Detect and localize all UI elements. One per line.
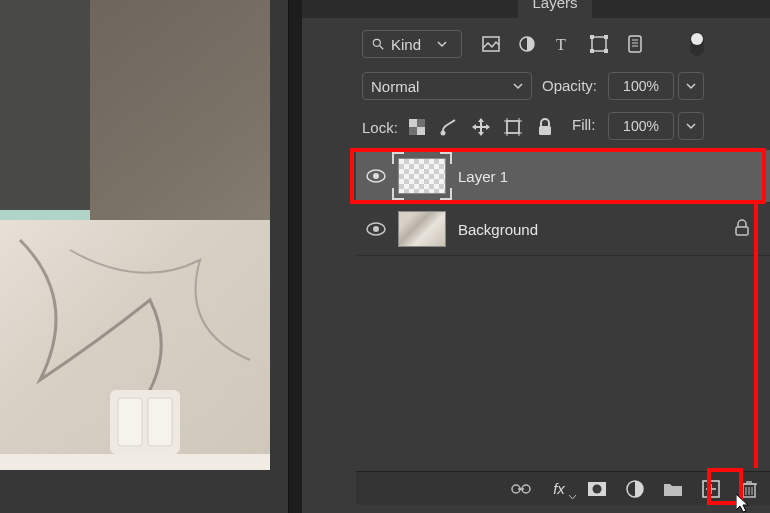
svg-rect-13 — [592, 37, 606, 51]
svg-point-49 — [593, 484, 602, 493]
canvas-area — [0, 0, 280, 513]
svg-rect-1 — [0, 0, 90, 220]
lock-transparency-icon[interactable] — [404, 114, 430, 140]
filter-kind-dropdown[interactable]: Kind — [362, 30, 462, 58]
new-layer-button[interactable] — [700, 478, 722, 500]
svg-rect-39 — [539, 126, 551, 135]
layer-row-layer1[interactable]: Layer 1 — [356, 150, 770, 202]
fill-value-text: 100% — [623, 118, 659, 134]
svg-marker-31 — [478, 132, 484, 136]
svg-point-43 — [373, 226, 379, 232]
lock-position-icon[interactable] — [468, 114, 494, 140]
layer-thumbnail[interactable] — [396, 156, 448, 196]
svg-rect-5 — [118, 398, 142, 446]
opacity-label: Opacity: — [542, 77, 597, 94]
layers-bottom-toolbar: fx — [356, 471, 770, 505]
add-mask-button[interactable] — [586, 478, 608, 500]
search-icon — [371, 37, 385, 51]
visibility-toggle[interactable] — [356, 169, 396, 183]
svg-point-41 — [373, 173, 379, 179]
new-group-button[interactable] — [662, 478, 684, 500]
blend-mode-dropdown[interactable]: Normal — [362, 72, 532, 100]
lock-label: Lock: — [362, 119, 398, 136]
layer-name[interactable]: Layer 1 — [458, 168, 508, 185]
svg-rect-17 — [604, 49, 608, 53]
document-preview[interactable] — [0, 0, 270, 470]
svg-rect-10 — [483, 37, 499, 51]
filter-smart-icon[interactable] — [624, 33, 646, 55]
filter-toggle[interactable] — [690, 32, 704, 56]
layer-name[interactable]: Background — [458, 221, 538, 238]
svg-line-9 — [380, 46, 384, 50]
svg-rect-16 — [590, 49, 594, 53]
filter-shape-icon[interactable] — [588, 33, 610, 55]
svg-marker-33 — [486, 124, 490, 130]
filter-pixel-icon[interactable] — [480, 33, 502, 55]
fill-flyout-button[interactable] — [678, 112, 704, 140]
svg-marker-30 — [478, 118, 484, 122]
layer-list: Layer 1 Background — [356, 150, 770, 256]
lock-paint-icon[interactable] — [436, 114, 462, 140]
filter-type-icon[interactable]: T — [552, 33, 574, 55]
fx-text: fx — [553, 480, 565, 497]
lock-all-icon[interactable] — [532, 114, 558, 140]
layer-row-background[interactable]: Background — [356, 202, 770, 256]
chevron-down-icon — [437, 36, 453, 52]
svg-marker-32 — [472, 124, 476, 130]
svg-point-8 — [373, 39, 380, 46]
svg-rect-25 — [417, 119, 425, 127]
fill-label: Fill: — [572, 116, 595, 133]
tab-layers[interactable]: Layers — [518, 0, 592, 18]
svg-rect-18 — [629, 36, 641, 52]
fill-value-input[interactable]: 100% — [608, 112, 674, 140]
filter-kind-label: Kind — [391, 36, 437, 53]
visibility-toggle[interactable] — [356, 222, 396, 236]
lock-artboard-icon[interactable] — [500, 114, 526, 140]
svg-rect-14 — [590, 35, 594, 39]
layer-thumbnail[interactable] — [396, 209, 448, 249]
delete-layer-button[interactable] — [738, 478, 760, 500]
blend-mode-label: Normal — [371, 78, 513, 95]
filter-adjust-icon[interactable] — [516, 33, 538, 55]
svg-rect-24 — [417, 127, 425, 135]
svg-rect-23 — [409, 119, 417, 127]
svg-rect-2 — [0, 210, 90, 220]
opacity-value-input[interactable]: 100% — [608, 72, 674, 100]
layer-fx-button[interactable]: fx — [548, 478, 570, 500]
opacity-value-text: 100% — [623, 78, 659, 94]
lock-icon[interactable] — [734, 219, 752, 237]
svg-point-27 — [440, 131, 445, 136]
svg-rect-26 — [409, 127, 417, 135]
svg-rect-15 — [604, 35, 608, 39]
svg-text:T: T — [556, 36, 566, 53]
chevron-down-icon — [513, 81, 523, 91]
svg-rect-7 — [0, 454, 270, 470]
panel-tabs: Layers — [302, 0, 770, 18]
svg-rect-6 — [148, 398, 172, 446]
opacity-flyout-button[interactable] — [678, 72, 704, 100]
new-adjustment-layer-button[interactable] — [624, 478, 646, 500]
svg-rect-44 — [736, 227, 748, 235]
link-layers-button[interactable] — [510, 478, 532, 500]
layers-panel: Layers Kind — [302, 0, 770, 513]
svg-rect-34 — [507, 121, 519, 133]
